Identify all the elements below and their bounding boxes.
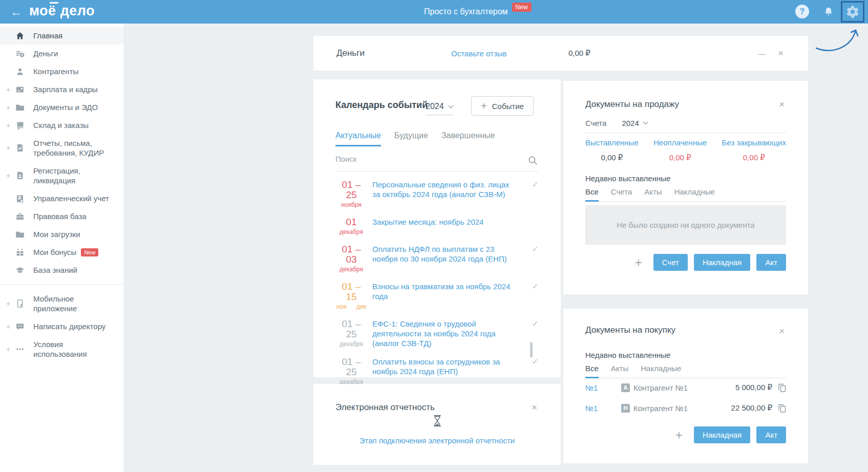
stat-label-link[interactable]: Выставленные xyxy=(585,138,639,147)
settings-gear-icon[interactable] xyxy=(845,5,860,19)
id-card-icon xyxy=(14,85,26,94)
sidebar-item-registration[interactable]: + Регистрация, ликвидация xyxy=(0,162,124,189)
tab-future[interactable]: Будущие xyxy=(394,131,428,146)
calendar-year-select[interactable]: 2024 xyxy=(426,102,454,115)
slogan-text: Просто с бухгалтером xyxy=(424,7,508,16)
back-arrow-icon[interactable]: ← xyxy=(10,5,22,19)
check-icon[interactable]: ✓ xyxy=(532,357,539,367)
expand-plus-icon[interactable]: + xyxy=(6,299,14,308)
tab-acts[interactable]: Акты xyxy=(611,364,628,378)
expand-plus-icon[interactable]: + xyxy=(6,121,14,130)
create-invoice-button[interactable]: Счет xyxy=(653,254,688,271)
sidebar-item-terms[interactable]: + Условия использования xyxy=(0,335,124,363)
notifications-bell-icon[interactable] xyxy=(821,5,835,18)
close-icon[interactable]: × xyxy=(779,327,785,335)
search-input[interactable] xyxy=(335,155,520,163)
close-icon[interactable]: × xyxy=(779,100,785,109)
plus-icon[interactable]: + xyxy=(635,256,642,269)
hourglass-icon xyxy=(432,415,442,429)
calendar-event: 01 – 03 декабря Оплатить НДФЛ по выплата… xyxy=(335,244,539,273)
sidebar-item-warehouse[interactable]: + Склад и заказы xyxy=(0,116,124,134)
tab-completed[interactable]: Завершенные xyxy=(441,131,495,146)
copy-icon[interactable] xyxy=(778,383,786,392)
event-date-month: декабря xyxy=(335,266,367,273)
help-icon[interactable]: ? xyxy=(795,5,809,18)
sidebar-item-bonuses[interactable]: Мои бонусы New xyxy=(0,243,124,261)
event-link[interactable]: Оплатить взносы за сотрудников за ноябрь… xyxy=(372,357,512,385)
sidebar-item-reports[interactable]: + Отчеты, письма, требования, КУДИР xyxy=(0,134,124,162)
event-link[interactable]: Взносы на травматизм за ноябрь 2024 года xyxy=(372,282,512,310)
expand-plus-icon[interactable]: + xyxy=(6,103,14,112)
stat-label-link[interactable]: Без закрывающих xyxy=(722,138,786,147)
sidebar-item-label: Мои загрузки xyxy=(33,229,80,239)
event-link[interactable]: Закрытие месяца: ноябрь 2024 xyxy=(372,217,512,235)
tab-waybills[interactable]: Накладные xyxy=(674,187,715,201)
tab-acts[interactable]: Акты xyxy=(644,187,662,201)
event-link[interactable]: Оплатить НДФЛ по выплатам с 23 ноября по… xyxy=(372,244,512,273)
person-icon xyxy=(14,67,26,76)
create-act-button[interactable]: Акт xyxy=(756,426,786,443)
sidebar-item-knowledge[interactable]: База знаний xyxy=(0,261,124,279)
expand-plus-icon[interactable]: + xyxy=(6,144,14,152)
close-icon[interactable]: × xyxy=(532,403,537,412)
doc-type-waybill-icon: Н xyxy=(621,404,630,413)
expand-plus-icon[interactable]: + xyxy=(6,345,14,353)
sidebar-item-mobile-app[interactable]: + Мобильное приложение xyxy=(0,290,124,317)
sidebar-item-salary[interactable]: + Зарплата и кадры xyxy=(0,80,124,98)
stat-value: 0,00 ₽ xyxy=(722,153,786,162)
sidebar-item-home[interactable]: Главная xyxy=(0,27,124,45)
tab-all[interactable]: Все xyxy=(585,364,599,378)
sidebar-item-contractors[interactable]: Контрагенты xyxy=(0,62,124,80)
tab-all[interactable]: Все xyxy=(585,187,599,202)
sidebar-item-money[interactable]: ₽ Деньги xyxy=(0,45,124,62)
close-icon[interactable]: × xyxy=(778,48,784,59)
create-act-button[interactable]: Акт xyxy=(756,254,786,271)
plus-icon[interactable]: + xyxy=(675,429,683,441)
sidebar-item-downloads[interactable]: Мои загрузки xyxy=(0,225,124,243)
feedback-link[interactable]: Оставьте отзыв xyxy=(451,49,507,58)
add-event-button[interactable]: + Событие xyxy=(471,96,534,116)
document-amount: 5 000,00 ₽ xyxy=(735,383,772,392)
app-window: ← моё дело Просто с бухгалтером New ? Гл… xyxy=(0,0,868,472)
search-icon[interactable] xyxy=(528,156,538,167)
tab-waybills[interactable]: Накладные xyxy=(641,364,681,378)
divider xyxy=(585,133,786,133)
sidebar-item-write-director[interactable]: + Написать директору xyxy=(0,317,124,335)
expand-plus-icon[interactable]: + xyxy=(6,171,14,180)
bonuses-grid-icon xyxy=(14,248,26,257)
expand-plus-icon[interactable]: + xyxy=(6,323,14,331)
hand-truck-icon xyxy=(14,121,26,130)
filter-invoices[interactable]: Счета xyxy=(585,119,606,127)
copy-icon[interactable] xyxy=(778,404,786,413)
minimize-icon[interactable]: — xyxy=(758,49,766,58)
event-link[interactable]: ЕФС-1: Сведения о трудовой деятельности … xyxy=(372,319,512,348)
e-reporting-stage-link[interactable]: Этап подключения электронной отчетности xyxy=(313,436,561,445)
create-waybill-button[interactable]: Накладная xyxy=(694,426,751,443)
tab-invoices[interactable]: Счета xyxy=(611,187,632,201)
sidebar-item-management[interactable]: ₽ Управленческий учет xyxy=(0,189,124,207)
sales-year-select[interactable]: 2024 xyxy=(622,119,648,127)
create-waybill-button[interactable]: Накладная xyxy=(694,254,751,271)
tab-actual[interactable]: Актуальные xyxy=(335,131,381,146)
question-glyph: ? xyxy=(800,7,805,16)
document-number-link[interactable]: №1 xyxy=(585,383,621,392)
sidebar-item-documents[interactable]: + Документы и ЭДО xyxy=(0,98,124,116)
event-date-days: 01 – 25 xyxy=(335,357,367,377)
home-icon xyxy=(14,31,26,40)
event-date: 01 – 25 декабря xyxy=(335,357,367,385)
stat-no-closing: Без закрывающих 0,00 ₽ xyxy=(722,138,786,162)
app-logo[interactable]: моё дело xyxy=(29,3,95,19)
check-icon[interactable]: ✓ xyxy=(532,319,539,329)
expand-plus-icon[interactable]: + xyxy=(6,85,14,94)
event-link[interactable]: Персональные сведения о физ. лицах за ок… xyxy=(372,180,512,208)
sidebar-item-legal[interactable]: Правовая база xyxy=(0,207,124,225)
check-icon[interactable]: ✓ xyxy=(532,180,539,190)
check-icon[interactable]: ✓ xyxy=(532,282,539,292)
sidebar-item-label: База знаний xyxy=(33,265,77,275)
check-icon[interactable]: ✓ xyxy=(532,244,539,254)
sales-footer: + Счет Накладная Акт xyxy=(585,254,786,271)
sidebar-item-label: Управленческий учет xyxy=(33,194,109,203)
stat-label-link[interactable]: Неоплаченные xyxy=(653,138,707,147)
scrollbar-thumb[interactable] xyxy=(530,342,533,357)
document-number-link[interactable]: №1 xyxy=(585,404,621,413)
